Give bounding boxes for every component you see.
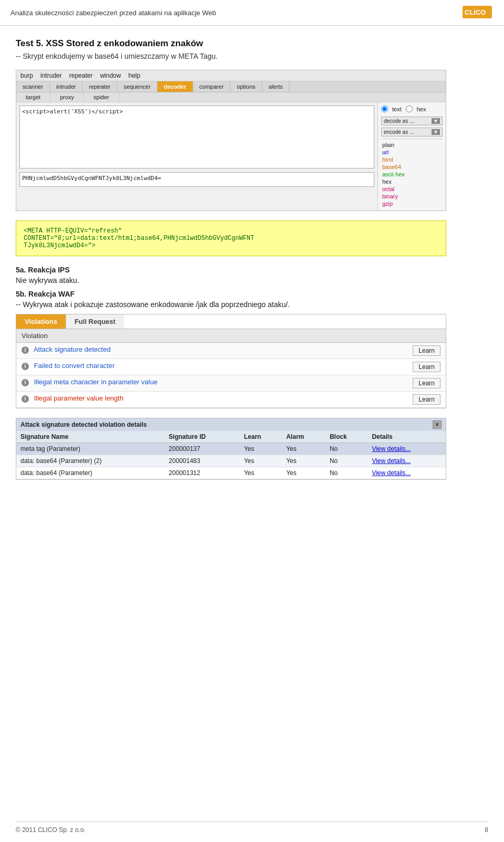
waf-violation-text-3: Illegal meta character in parameter valu…	[34, 378, 158, 386]
footer-copyright: © 2011 CLICO Sp. z o.o.	[16, 826, 86, 834]
burp-menu-window[interactable]: window	[100, 72, 121, 79]
waf-row-1: i Attack signature detected Learn	[16, 343, 446, 359]
attack-cell-details-1[interactable]: View details...	[368, 443, 446, 455]
waf-row-2: i Failed to convert character Learn	[16, 359, 446, 375]
burp-left: <script>alert('XSS')</script> PHNjcmlwdD…	[16, 102, 377, 210]
burp-option-gzip[interactable]: gzip	[381, 200, 443, 207]
burp-tab-options[interactable]: options	[230, 81, 262, 92]
section-heading: Test 5. XSS Stored z enkodowaniem znaków	[16, 38, 488, 49]
waf-info-icon-2: i	[22, 363, 29, 370]
burp-menu-repeater[interactable]: repeater	[69, 72, 93, 79]
burp-option-url[interactable]: url	[381, 149, 443, 156]
page-footer: © 2011 CLICO Sp. z o.o. 8	[16, 822, 488, 834]
attack-details-title: Attack signature detected violation deta…	[20, 421, 147, 428]
burp-radio-hex-label: hex	[417, 106, 426, 112]
burp-decode-btn[interactable]: decode as ... ▼	[381, 117, 443, 125]
waf-cell-4: i Illegal parameter value length Learn	[16, 392, 446, 408]
burp-tab-decoder[interactable]: decoder	[158, 81, 193, 92]
waf-cell-1: i Attack signature detected Learn	[16, 343, 446, 359]
waf-cell-2: i Failed to convert character Learn	[16, 359, 446, 375]
attack-cell-id-3: 200001312	[164, 467, 239, 479]
reaction-ips-label: 5a. Reakcja IPS	[16, 266, 488, 274]
attack-cell-learn-2: Yes	[240, 455, 282, 467]
burp-encode-label: encode as ...	[384, 129, 414, 135]
attack-col-alarm: Alarm	[282, 431, 326, 443]
header-title: Analiza skuteczności zabezpieczeń przed …	[10, 9, 216, 17]
burp-radio-hex[interactable]	[406, 106, 413, 112]
view-details-link-1[interactable]: View details...	[372, 445, 411, 452]
burp-tab-alerts[interactable]: alerts	[262, 81, 290, 92]
attack-table: Signature Name Signature ID Learn Alarm …	[16, 431, 446, 479]
burp-tab-scanner[interactable]: scanner	[16, 81, 50, 92]
burp-option-plain[interactable]: plain	[381, 141, 443, 149]
attack-cell-learn-3: Yes	[240, 467, 282, 479]
burp-option-binary[interactable]: binary	[381, 193, 443, 200]
waf-learn-btn-4[interactable]: Learn	[413, 394, 440, 405]
waf-info-icon-1: i	[22, 346, 29, 354]
attack-cell-name-1: meta tag (Parameter)	[16, 443, 164, 455]
attack-row-2: data: base64 (Parameter) (2) 200001483 Y…	[16, 455, 446, 467]
burp-right: text hex decode as ... ▼ encode as ... ▼…	[377, 102, 446, 210]
waf-tab-violations[interactable]: Violations	[16, 314, 66, 329]
view-details-link-2[interactable]: View details...	[372, 457, 411, 465]
waf-tabs: Violations Full Request	[16, 314, 446, 329]
attack-cell-details-3[interactable]: View details...	[368, 467, 446, 479]
burp-option-octal[interactable]: octal	[381, 185, 443, 193]
waf-row-3: i Illegal meta character in parameter va…	[16, 375, 446, 392]
waf-cell-3: i Illegal meta character in parameter va…	[16, 375, 446, 392]
attack-col-details: Details	[368, 431, 446, 443]
attack-close-btn[interactable]: ×	[433, 420, 442, 429]
attack-row-1: meta tag (Parameter) 200000137 Yes Yes N…	[16, 443, 446, 455]
burp-tab-comparer[interactable]: comparer	[193, 81, 230, 92]
attack-row-3: data: base64 (Parameter) 200001312 Yes Y…	[16, 467, 446, 479]
waf-info-icon-3: i	[22, 379, 29, 386]
page-header: Analiza skuteczności zabezpieczeń przed …	[0, 0, 504, 26]
burp-subtab-target[interactable]: target	[16, 92, 50, 102]
attack-cell-block-1: No	[326, 443, 368, 455]
reaction-waf-text: -- Wykrywa atak i pokazuje zastosowane e…	[16, 300, 488, 309]
reaction-waf-label: 5b. Reakcja WAF	[16, 290, 488, 298]
attack-cell-details-2[interactable]: View details...	[368, 455, 446, 467]
burp-option-html[interactable]: html	[381, 156, 443, 163]
waf-learn-btn-3[interactable]: Learn	[413, 378, 440, 388]
attack-col-block: Block	[326, 431, 368, 443]
burp-subtabs: target proxy spider	[16, 92, 446, 102]
burp-output: PHNjcmlwdD5hbGVydCgnWFNTJyk8L3NjcmlwdD4=	[19, 172, 374, 187]
waf-learn-btn-1[interactable]: Learn	[413, 345, 440, 356]
svg-text:CLICO: CLICO	[465, 8, 486, 16]
attack-cell-block-2: No	[326, 455, 368, 467]
burp-main: <script>alert('XSS')</script> PHNjcmlwdD…	[16, 102, 446, 210]
burp-screenshot: burp intruder repeater window help scann…	[16, 70, 446, 211]
burp-tab-sequencer[interactable]: sequencer	[117, 81, 157, 92]
waf-row-4: i Illegal parameter value length Learn	[16, 392, 446, 408]
burp-menu-help[interactable]: help	[128, 72, 140, 79]
burp-encode-arrow: ▼	[432, 129, 440, 135]
burp-input-textarea[interactable]: <script>alert('XSS')</script>	[19, 106, 374, 169]
attack-cell-id-1: 200000137	[164, 443, 239, 455]
burp-option-ascii-hex[interactable]: ascii hex	[381, 171, 443, 178]
burp-encode-btn[interactable]: encode as ... ▼	[381, 128, 443, 136]
burp-tab-repeater[interactable]: repeater	[82, 81, 117, 92]
burp-option-hex[interactable]: hex	[381, 178, 443, 185]
attack-cell-alarm-1: Yes	[282, 443, 326, 455]
attack-details: Attack signature detected violation deta…	[16, 418, 446, 480]
burp-radio-text[interactable]	[381, 106, 388, 112]
waf-violation-text-1: Attack signature detected	[34, 345, 111, 353]
attack-col-name: Signature Name	[16, 431, 164, 443]
burp-tab-intruder[interactable]: intruder	[50, 81, 82, 92]
burp-option-base64[interactable]: base64	[381, 163, 443, 171]
waf-learn-btn-2[interactable]: Learn	[413, 362, 440, 372]
view-details-link-3[interactable]: View details...	[372, 469, 411, 477]
waf-table: Violation i Attack signature detected Le…	[16, 329, 446, 408]
burp-menu-intruder[interactable]: intruder	[40, 72, 62, 79]
burp-menu: burp intruder repeater window help	[16, 70, 446, 81]
burp-menu-burp[interactable]: burp	[20, 72, 33, 79]
burp-decode-arrow: ▼	[432, 118, 440, 124]
section-sub: -- Skrypt enkodujemy w base64 i umieszcz…	[16, 52, 488, 60]
burp-tabs: scanner intruder repeater sequencer deco…	[16, 81, 446, 92]
attack-cell-alarm-3: Yes	[282, 467, 326, 479]
waf-tab-full-request[interactable]: Full Request	[66, 314, 124, 329]
burp-subtab-proxy[interactable]: proxy	[50, 92, 84, 102]
waf-info-icon-4: i	[22, 395, 29, 403]
burp-subtab-spider[interactable]: spider	[84, 92, 119, 102]
